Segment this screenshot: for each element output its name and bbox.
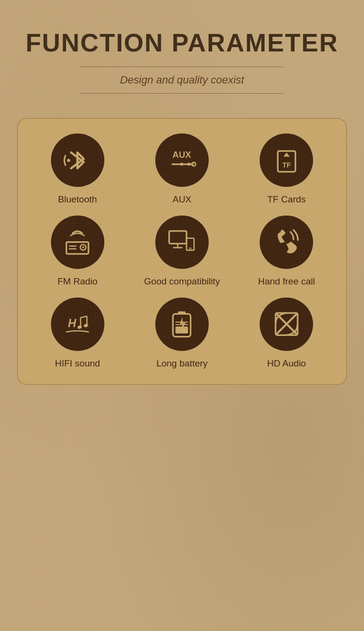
feature-hd: HD Audio bbox=[237, 298, 336, 370]
divider-top bbox=[80, 66, 284, 67]
call-icon-circle bbox=[260, 216, 313, 269]
bluetooth-label: Bluetooth bbox=[58, 194, 97, 206]
fm-icon bbox=[62, 226, 93, 258]
svg-rect-16 bbox=[169, 231, 187, 244]
aux-icon-circle: AUX bbox=[155, 133, 209, 187]
tf-icon: TF bbox=[271, 145, 302, 176]
svg-marker-9 bbox=[283, 152, 290, 156]
feature-tf: TF TF Cards bbox=[237, 133, 336, 206]
bluetooth-icon bbox=[62, 145, 93, 176]
divider-bottom bbox=[80, 93, 284, 94]
hifi-icon-circle: H bbox=[51, 298, 104, 351]
call-icon bbox=[271, 226, 302, 258]
svg-line-24 bbox=[81, 316, 87, 317]
bluetooth-icon-circle bbox=[51, 133, 104, 187]
svg-text:TF: TF bbox=[282, 161, 291, 168]
feature-battery: Long battery bbox=[132, 298, 232, 370]
svg-point-0 bbox=[67, 159, 70, 162]
aux-icon: AUX bbox=[166, 145, 198, 176]
feature-compat: Good compatibility bbox=[132, 216, 232, 288]
header-section: FUNCTION PARAMETER Design and quality co… bbox=[19, 19, 345, 94]
svg-rect-11 bbox=[66, 242, 89, 254]
svg-text:AUX: AUX bbox=[173, 150, 191, 160]
svg-point-26 bbox=[83, 323, 88, 328]
tf-label: TF Cards bbox=[267, 194, 306, 206]
hd-label: HD Audio bbox=[267, 358, 306, 370]
compat-label: Good compatibility bbox=[144, 276, 220, 288]
svg-point-15 bbox=[82, 247, 84, 249]
compat-icon bbox=[166, 226, 198, 258]
fm-icon-circle bbox=[51, 216, 104, 269]
svg-rect-28 bbox=[178, 312, 186, 315]
battery-icon-circle bbox=[155, 298, 209, 351]
svg-point-7 bbox=[192, 162, 196, 166]
features-grid: Bluetooth AUX AUX bbox=[17, 118, 347, 385]
feature-fm: FM Radio bbox=[28, 216, 127, 288]
feature-aux: AUX AUX bbox=[132, 133, 232, 206]
battery-label: Long battery bbox=[156, 358, 208, 370]
hd-icon bbox=[271, 308, 302, 340]
feature-call: Hand free call bbox=[237, 216, 336, 288]
compat-icon-circle bbox=[155, 216, 209, 269]
page-title: FUNCTION PARAMETER bbox=[19, 29, 345, 57]
tf-icon-circle: TF bbox=[260, 133, 313, 187]
feature-bluetooth: Bluetooth bbox=[28, 133, 127, 206]
svg-text:H: H bbox=[68, 317, 77, 330]
battery-icon bbox=[166, 308, 198, 340]
subtitle: Design and quality coexist bbox=[19, 74, 345, 86]
svg-point-25 bbox=[77, 325, 82, 330]
fm-label: FM Radio bbox=[57, 276, 97, 288]
feature-hifi: H HIFI sound bbox=[28, 298, 127, 370]
hifi-icon: H bbox=[62, 308, 93, 340]
hifi-label: HIFI sound bbox=[55, 358, 100, 370]
aux-label: AUX bbox=[172, 194, 191, 206]
call-label: Hand free call bbox=[258, 276, 315, 288]
hd-icon-circle bbox=[260, 298, 313, 351]
